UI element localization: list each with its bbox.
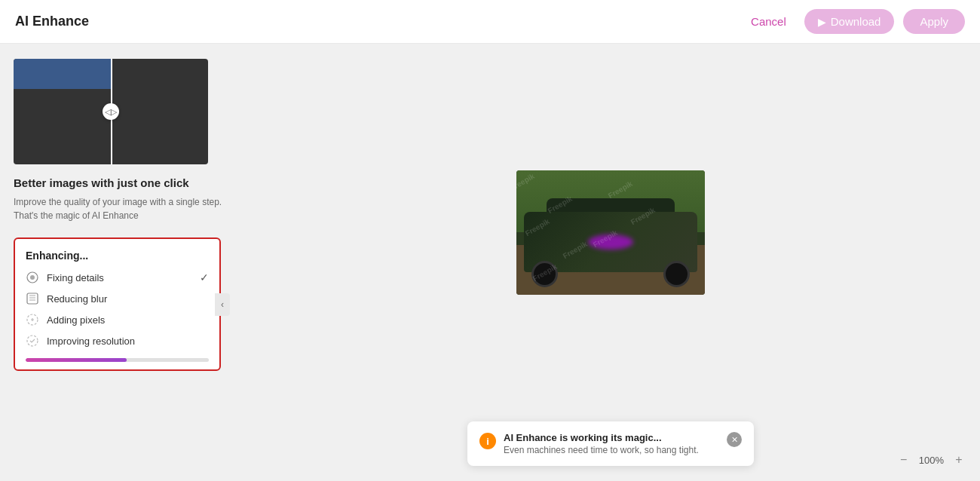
car-image: Freepik Freepik Freepik Freepik Freepik … — [516, 170, 705, 295]
toast-notification: i AI Enhance is working its magic... Eve… — [467, 421, 754, 466]
tagline-subtitle: Improve the quality of your image with a… — [14, 195, 228, 222]
enhancing-box: Enhancing... Fixing details ✓ — [14, 237, 221, 371]
enhancing-title: Enhancing... — [26, 250, 209, 262]
zoom-level: 100% — [919, 455, 944, 466]
collapse-arrow[interactable]: ‹ — [215, 293, 230, 316]
apply-button[interactable]: Apply — [903, 9, 965, 34]
cancel-button[interactable]: Cancel — [742, 11, 795, 32]
svg-rect-2 — [27, 293, 38, 304]
header-actions: Cancel ▶ Download Apply — [742, 9, 965, 34]
header: AI Enhance Cancel ▶ Download Apply — [0, 0, 980, 44]
step-reducing-blur: Reducing blur — [26, 292, 209, 305]
fixing-details-check: ✓ — [200, 271, 209, 283]
car-wheel-left — [531, 261, 558, 287]
zoom-in-button[interactable]: + — [950, 451, 968, 469]
svg-point-7 — [27, 335, 38, 346]
video-icon: ▶ — [818, 16, 826, 28]
toast-title: AI Enhance is working its magic... — [504, 432, 719, 443]
svg-point-1 — [30, 275, 35, 280]
car-image-container: Freepik Freepik Freepik Freepik Freepik … — [516, 170, 705, 295]
step-improving-resolution: Improving resolution — [26, 334, 209, 348]
split-handle[interactable]: ◁▷ — [103, 103, 119, 120]
adding-pixels-icon — [26, 313, 39, 326]
neon-accent — [588, 234, 633, 250]
toast-subtitle: Even machines need time to work, so hang… — [504, 445, 719, 455]
app-title: AI Enhance — [15, 14, 89, 29]
left-panel: ◁▷ Better images with just one click Imp… — [0, 44, 241, 481]
reducing-blur-label: Reducing blur — [47, 293, 107, 305]
step-adding-pixels: Adding pixels — [26, 313, 209, 326]
main-area: ◁▷ Better images with just one click Imp… — [0, 44, 980, 481]
toast-close-button[interactable]: ✕ — [727, 432, 742, 447]
progress-bar-fill — [26, 358, 127, 362]
progress-bar — [26, 358, 209, 362]
zoom-out-button[interactable]: − — [895, 451, 913, 469]
reducing-blur-icon — [26, 292, 39, 305]
improving-resolution-label: Improving resolution — [47, 335, 135, 347]
car-wheel-right — [663, 261, 690, 287]
preview-image: ◁▷ — [14, 59, 208, 164]
step-fixing-details: Fixing details ✓ — [26, 271, 209, 284]
toast-content: AI Enhance is working its magic... Even … — [504, 432, 719, 455]
download-button[interactable]: ▶ Download — [804, 9, 895, 34]
zoom-controls: − 100% + — [895, 451, 968, 469]
center-area: Freepik Freepik Freepik Freepik Freepik … — [241, 44, 980, 481]
fixing-details-icon — [26, 271, 39, 284]
toast-info-icon: i — [479, 433, 496, 449]
improving-resolution-icon — [26, 334, 39, 348]
fixing-details-label: Fixing details — [47, 272, 104, 283]
tagline: Better images with just one click — [14, 176, 228, 189]
adding-pixels-label: Adding pixels — [47, 314, 105, 326]
